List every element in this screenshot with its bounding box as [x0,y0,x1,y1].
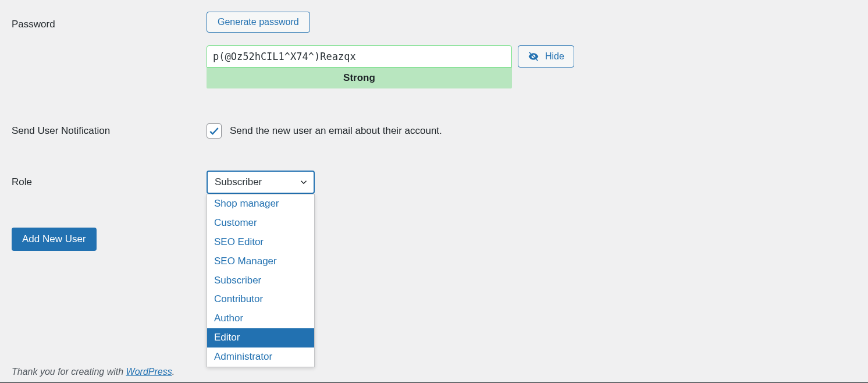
hide-button-label: Hide [545,51,564,62]
role-select[interactable]: Subscriber [207,171,315,194]
footer-prefix: Thank you for creating with [12,367,126,377]
add-new-user-button[interactable]: Add New User [12,228,97,251]
footer-suffix: . [172,367,175,377]
notification-checkbox-wrap: Send the new user an email about their a… [207,123,442,139]
role-option[interactable]: Administrator [207,347,314,367]
role-option[interactable]: Contributor [207,290,314,309]
footer-credit: Thank you for creating with WordPress. [12,367,175,377]
role-dropdown: Shop managerCustomerSEO EditorSEO Manage… [207,194,315,367]
password-strength-meter: Strong [207,68,512,88]
role-row: Role Subscriber Shop managerCustomerSEO … [12,171,856,194]
role-selected-value: Subscriber [215,176,262,187]
check-icon [208,125,220,137]
role-option[interactable]: Shop manager [207,194,314,214]
generate-password-button[interactable]: Generate password [207,12,310,33]
password-controls: Generate password Strong Hide [207,12,856,88]
role-label: Role [12,171,207,188]
password-input[interactable] [207,45,512,68]
password-box: Strong [207,45,512,88]
role-option[interactable]: SEO Editor [207,233,314,252]
role-option[interactable]: SEO Manager [207,252,314,271]
password-input-wrap: Strong Hide [207,45,856,88]
role-option[interactable]: Subscriber [207,271,314,290]
eye-slash-icon [528,51,539,62]
password-row: Password Generate password Strong Hide [12,12,856,88]
wordpress-link[interactable]: WordPress [126,367,172,377]
chevron-down-icon [298,177,309,187]
notification-description: Send the new user an email about their a… [230,125,442,137]
role-select-wrap: Subscriber Shop managerCustomerSEO Edito… [207,171,315,194]
password-label: Password [12,12,207,30]
hide-password-button[interactable]: Hide [518,45,574,68]
role-option[interactable]: Author [207,309,314,328]
notification-checkbox[interactable] [207,123,222,139]
role-option[interactable]: Editor [207,328,314,347]
notification-row: Send User Notification Send the new user… [12,123,856,139]
notification-label: Send User Notification [12,125,207,137]
role-option[interactable]: Customer [207,214,314,233]
